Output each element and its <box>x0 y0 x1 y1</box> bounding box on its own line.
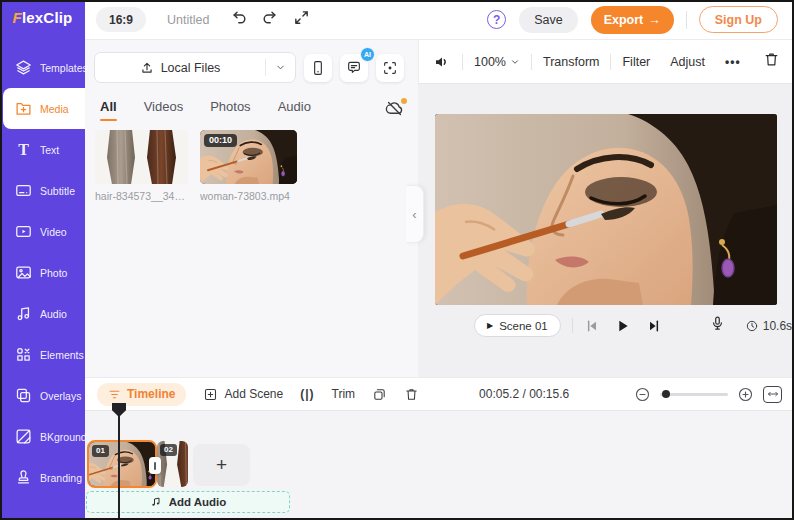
speaker-icon <box>433 53 451 71</box>
more-options-button[interactable]: ••• <box>725 55 741 69</box>
transform-button[interactable]: Transform <box>543 55 600 69</box>
playback-controls: ▶Scene 01 10.6s <box>474 314 792 337</box>
zoom-slider[interactable] <box>660 393 728 396</box>
trash-icon <box>763 51 780 68</box>
app-logo[interactable]: FlexClip <box>0 9 85 26</box>
fullscreen-button[interactable] <box>293 9 310 30</box>
project-title[interactable]: Untitled <box>167 13 209 27</box>
help-button[interactable]: ? <box>487 10 506 29</box>
scene-thumbnail-01[interactable]: 01 <box>87 440 157 488</box>
filter-button[interactable]: Filter <box>622 55 650 69</box>
ai-text-to-video-button[interactable]: AI <box>340 54 368 82</box>
playhead-line[interactable] <box>118 404 120 518</box>
record-button[interactable] <box>376 54 404 82</box>
sidebar-item-overlays[interactable]: Overlays <box>0 375 85 416</box>
chat-bubble-icon <box>346 60 362 76</box>
scene-trim-handle[interactable] <box>149 457 161 474</box>
scene-tray: 01 02 + Add Audio <box>85 411 794 520</box>
local-files-label: Local Files <box>161 61 221 75</box>
sidebar-item-label: Video <box>40 226 67 238</box>
minus-circle-icon <box>634 386 651 403</box>
adjust-button[interactable]: Adjust <box>670 55 705 69</box>
fit-timeline-button[interactable] <box>763 386 782 403</box>
tab-photos[interactable]: Photos <box>210 99 250 121</box>
zoom-slider-knob[interactable] <box>662 390 670 398</box>
delete-scene-button[interactable] <box>763 51 780 72</box>
cloud-alert-dot <box>401 98 407 104</box>
signup-button[interactable]: Sign Up <box>699 6 778 33</box>
zoom-in-button[interactable] <box>737 386 754 403</box>
local-files-button[interactable]: Local Files <box>94 52 296 83</box>
microphone-icon <box>709 315 726 332</box>
export-button[interactable]: Export→ <box>591 6 674 34</box>
sidebar-item-label: Subtitle <box>40 185 75 197</box>
tab-audio[interactable]: Audio <box>278 99 311 121</box>
previous-scene-button[interactable] <box>584 318 600 334</box>
sidebar-item-media[interactable]: Media <box>3 88 85 129</box>
media-item-woman-video[interactable]: 00:10 <box>200 130 297 184</box>
flexclip-editor-window: FlexClip Templates Media T Text Subtitle… <box>0 0 794 520</box>
tab-all[interactable]: All <box>100 99 117 121</box>
phone-transfer-button[interactable] <box>304 54 332 82</box>
sidebar-item-photo[interactable]: Photo <box>0 252 85 293</box>
sidebar-item-templates[interactable]: Templates <box>0 47 85 88</box>
delete-button[interactable] <box>404 387 419 402</box>
clock-icon <box>745 319 759 333</box>
phone-icon <box>310 60 326 76</box>
expand-icon <box>293 9 310 26</box>
add-scene-button[interactable]: Add Scene <box>203 387 283 402</box>
video-duration-badge: 00:10 <box>204 134 237 147</box>
scene-selector-label: Scene 01 <box>499 320 548 332</box>
media-item-hair-photo[interactable] <box>95 130 188 184</box>
next-scene-button[interactable] <box>646 318 662 334</box>
music-note-icon <box>15 305 32 322</box>
sidebar-item-video[interactable]: Video <box>0 211 85 252</box>
sidebar-item-elements[interactable]: Elements <box>0 334 85 375</box>
redo-button[interactable] <box>261 9 278 30</box>
timeline-mode-button[interactable]: Timeline <box>97 383 186 406</box>
tab-videos[interactable]: Videos <box>144 99 184 121</box>
duplicate-button[interactable] <box>372 387 387 402</box>
chevron-down-icon <box>275 62 286 73</box>
trim-grip <box>154 462 156 470</box>
aspect-ratio-button[interactable]: 16:9 <box>96 7 146 32</box>
sidebar-item-label: Photo <box>40 267 67 279</box>
timeline-toolbar: Timeline Add Scene (|) Trim 00:05.2 / 00… <box>85 377 794 411</box>
scene-number-badge: 01 <box>92 445 109 457</box>
scene-thumbnail-02[interactable]: 02 <box>157 441 188 487</box>
chevron-down-icon <box>510 57 520 67</box>
save-button[interactable]: Save <box>519 7 578 33</box>
subtitle-icon <box>15 182 32 199</box>
add-audio-button[interactable]: Add Audio <box>86 491 290 513</box>
trim-button[interactable]: Trim <box>332 387 356 401</box>
voiceover-button[interactable] <box>709 315 726 336</box>
total-duration: 10.6s <box>745 319 792 333</box>
panel-collapse-button[interactable]: ‹ <box>406 185 424 243</box>
sidebar-item-text[interactable]: T Text <box>0 129 85 170</box>
sidebar-item-branding[interactable]: Branding <box>0 457 85 498</box>
preview-toolbar: 100% Transform Filter Adjust ••• <box>418 40 794 84</box>
sidebar-item-audio[interactable]: Audio <box>0 293 85 334</box>
media-upload-row: Local Files AI <box>94 52 410 83</box>
zoom-level-dropdown[interactable]: 100% <box>474 55 520 69</box>
zoom-out-button[interactable] <box>634 386 651 403</box>
split-button[interactable]: (|) <box>300 387 314 401</box>
cloud-sync-off-button[interactable] <box>385 99 404 122</box>
video-canvas[interactable] <box>435 114 777 305</box>
skip-previous-icon <box>584 318 600 334</box>
toolbar-divider <box>610 54 611 70</box>
add-scene-tile-button[interactable]: + <box>193 444 250 486</box>
sidebar-item-bkground[interactable]: BKground <box>0 416 85 457</box>
undo-button[interactable] <box>231 9 248 30</box>
scene-selector-button[interactable]: ▶Scene 01 <box>474 314 561 337</box>
sidebar-item-label: Overlays <box>40 390 81 402</box>
upload-dropdown-button[interactable] <box>266 53 295 82</box>
video-icon <box>15 223 32 240</box>
sidebar-item-subtitle[interactable]: Subtitle <box>0 170 85 211</box>
timeline-mode-label: Timeline <box>127 387 175 401</box>
play-button[interactable] <box>615 318 631 334</box>
export-label: Export <box>604 13 644 27</box>
local-files-main[interactable]: Local Files <box>95 53 265 82</box>
sidebar: FlexClip Templates Media T Text Subtitle… <box>0 0 85 520</box>
volume-button[interactable] <box>433 53 451 71</box>
